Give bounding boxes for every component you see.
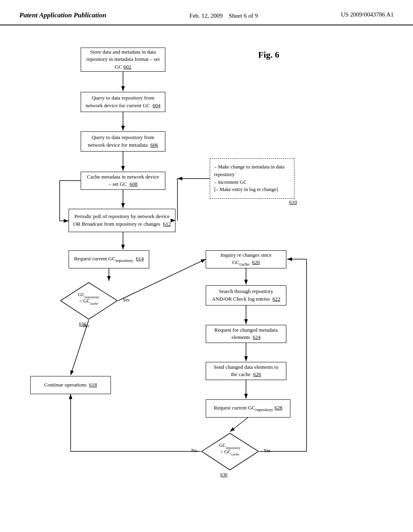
box-626: Send changed data elements to the cache … (206, 362, 286, 380)
box-612: Periodic poll of repository by network d… (69, 209, 175, 232)
header-right: US 2009/0043786 A1 (341, 11, 394, 18)
box-622: Search through repository AND/OR Check l… (206, 285, 286, 305)
diamond-616: GCrepository > GCcache 616 Yes No (60, 282, 118, 320)
header-left: Patent Application Publication (19, 11, 106, 19)
box-606: Query to data repository from network de… (81, 131, 165, 152)
box-614: Request current GCrepository 614 (69, 250, 149, 268)
fig-label: Fig. 6 (258, 50, 280, 60)
page-header: Patent Application Publication Feb. 12, … (0, 0, 413, 25)
box-620: Inquiry re changes since GCcache 620 (206, 250, 286, 268)
header-center: Feb. 12, 2009 Sheet 6 of 9 (190, 11, 258, 21)
box-602: Store data and metadata in data reposito… (81, 48, 165, 72)
box-624: Request for changed metadata elements 62… (206, 325, 286, 343)
diamond-630: GCrepository > GCcache 630 Yes No (201, 432, 259, 471)
label-610: 610 (289, 199, 297, 206)
diagram-area: Fig. 6 Store data and metadata in data r… (0, 25, 413, 509)
box-610: – Make change to metadata in data reposi… (210, 158, 294, 199)
box-604: Query to data repository from network de… (81, 92, 165, 112)
svg-line-25 (230, 418, 248, 432)
box-618: Continue operations 618 (30, 376, 111, 394)
box-628: Request current GCrepository 628 (206, 399, 290, 418)
box-608: Cache metadata in network device – set G… (81, 172, 165, 190)
